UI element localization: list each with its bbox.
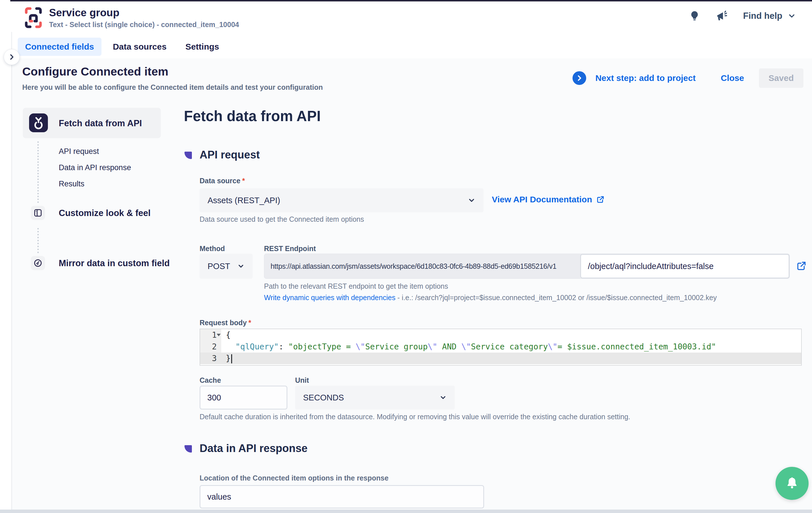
external-link-icon <box>596 195 605 204</box>
sidebar-item-results[interactable]: Results <box>59 180 84 188</box>
header-actions: Find help <box>688 10 796 22</box>
dynamic-queries-link[interactable]: Write dynamic queries with dependencies <box>264 294 396 302</box>
find-help-menu[interactable]: Find help <box>743 11 796 21</box>
cache-input[interactable] <box>200 386 287 410</box>
panel-collapse-button[interactable] <box>4 49 20 65</box>
external-link-icon <box>796 261 807 271</box>
required-marker: * <box>242 177 245 185</box>
close-button[interactable]: Close <box>721 73 744 83</box>
method-select[interactable]: POST <box>200 254 253 279</box>
cache-label: Cache <box>200 376 221 385</box>
text-caret <box>231 354 232 363</box>
open-endpoint-button[interactable] <box>794 259 809 273</box>
cache-helper: Default cache duration is inherited from… <box>200 413 630 421</box>
next-step-label[interactable]: Next step: add to project <box>595 73 696 83</box>
saved-button[interactable]: Saved <box>759 68 804 88</box>
location-input[interactable] <box>200 485 484 508</box>
data-source-select[interactable]: Assets (REST_API) <box>200 188 484 212</box>
unit-select[interactable]: SECONDS <box>295 386 455 410</box>
endpoint-field-group: https://api.atlassian.com/jsm/assets/wor… <box>264 254 790 279</box>
data-source-helper: Data source used to get the Connected it… <box>200 215 364 223</box>
page-title: Service group <box>49 7 119 19</box>
code-line-1: 1 { <box>200 329 801 341</box>
tab-connected-fields[interactable]: Connected fields <box>18 38 102 56</box>
config-actions: Next step: add to project Close Saved <box>573 68 804 88</box>
layout-panel-icon <box>31 206 45 220</box>
sidebar-step-customize[interactable]: Customize look & feel <box>59 208 150 218</box>
circle-slash-icon <box>31 256 45 270</box>
top-tabs: Connected fields Data sources Settings <box>18 38 227 56</box>
endpoint-prefix: https://api.atlassian.com/jsm/assets/wor… <box>264 254 580 278</box>
chevron-down-icon <box>439 394 447 401</box>
lightbulb-icon[interactable] <box>688 10 701 22</box>
chevron-down-icon <box>468 197 475 204</box>
megaphone-icon[interactable] <box>716 10 728 22</box>
elements-connect-logo <box>24 6 43 29</box>
step-connector <box>37 228 39 253</box>
code-line-3: 3 } <box>200 353 801 364</box>
sidebar-step-mirror[interactable]: Mirror data in custom field <box>59 258 170 269</box>
request-body-editor[interactable]: 1 { 2 "qlQuery": "objectType = \"Service… <box>200 329 802 366</box>
bell-icon <box>785 476 800 491</box>
section-title: Configure Connected item <box>22 65 169 79</box>
data-in-response-heading: Data in API response <box>200 442 308 455</box>
endpoint-label: REST Endpoint <box>264 244 316 253</box>
chevron-right-icon <box>576 74 583 82</box>
left-divider <box>11 32 12 510</box>
chevron-down-icon <box>787 12 796 20</box>
chevron-right-icon <box>8 53 16 61</box>
window-bottom-edge <box>0 510 812 513</box>
sidebar-item-data-in-api-response[interactable]: Data in API response <box>59 163 131 172</box>
tab-settings[interactable]: Settings <box>178 38 226 56</box>
data-source-value: Assets (REST_API) <box>208 196 280 205</box>
code-line-2: 2 "qlQuery": "objectType = \"Service gro… <box>200 341 801 353</box>
method-value: POST <box>208 262 230 271</box>
section-subtitle: Here you will be able to configure the C… <box>22 83 323 91</box>
fetch-hook-icon <box>29 114 48 132</box>
endpoint-input[interactable] <box>580 254 789 278</box>
next-step-button[interactable] <box>573 71 586 85</box>
window-top-edge <box>10 0 812 1</box>
unit-label: Unit <box>295 376 309 385</box>
data-source-label: Data source* <box>200 177 245 185</box>
view-api-documentation-link[interactable]: View API Documentation <box>492 195 605 204</box>
location-label: Location of the Connected item options i… <box>200 474 388 482</box>
connected-item-config-screen: Service group Text - Select list (single… <box>0 0 812 513</box>
notifications-fab[interactable] <box>776 467 809 500</box>
field-subtitle: Text - Select list (single choice) - con… <box>49 21 239 29</box>
method-label: Method <box>200 244 225 253</box>
dynamic-queries-line: Write dynamic queries with dependencies … <box>264 294 717 302</box>
chevron-down-icon <box>237 263 244 270</box>
required-marker: * <box>248 319 251 327</box>
dynamic-queries-hint: - i.e.: /search?jql=project=$issue.conne… <box>396 294 717 302</box>
sidebar-item-api-request[interactable]: API request <box>59 147 99 156</box>
endpoint-helper: Path to the relevant REST endpoint to ge… <box>264 282 448 291</box>
sidebar-step-label: Fetch data from API <box>59 118 142 128</box>
step-connector <box>37 141 39 203</box>
request-body-label: Request body* <box>200 319 251 327</box>
unit-value: SECONDS <box>303 393 344 402</box>
api-request-heading: API request <box>200 149 260 161</box>
main-title: Fetch data from API <box>184 108 321 125</box>
tab-data-sources[interactable]: Data sources <box>106 38 174 56</box>
fold-arrow-icon[interactable] <box>217 334 221 336</box>
find-help-label: Find help <box>743 11 782 21</box>
